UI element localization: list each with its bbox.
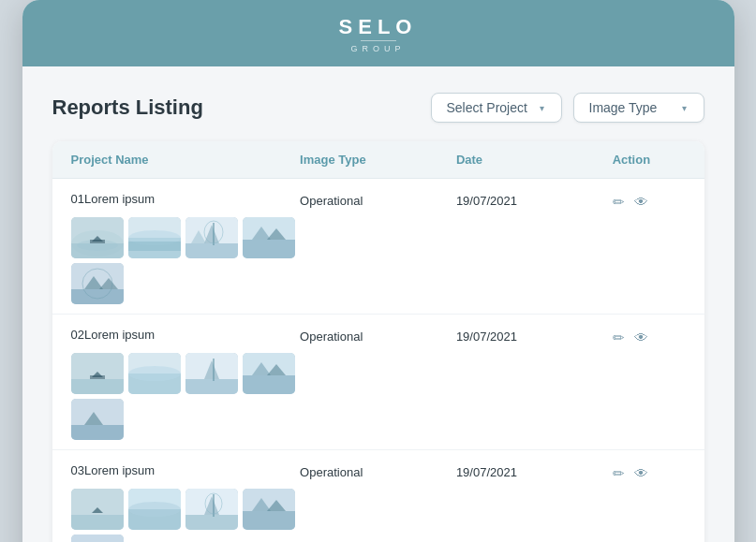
project-name-1: 01Lorem ipsum xyxy=(71,192,301,206)
thumbnail xyxy=(185,353,238,394)
action-cell: ✏ 👁 xyxy=(613,192,686,211)
logo-divider xyxy=(361,40,396,41)
image-type-label: Image Type xyxy=(589,100,658,115)
project-name-cell: 02Lorem ipsum xyxy=(71,328,301,440)
image-type-dropdown[interactable]: Image Type ▾ xyxy=(573,93,704,123)
thumbnail xyxy=(71,263,124,304)
select-project-label: Select Project xyxy=(447,100,527,115)
svg-rect-11 xyxy=(185,243,238,258)
table-header: Project Name Image Type Date Action xyxy=(52,141,704,179)
thumbnail xyxy=(128,353,181,394)
view-icon[interactable]: 👁 xyxy=(634,465,648,481)
image-type-cell: Operational xyxy=(300,463,456,479)
svg-rect-3 xyxy=(71,243,124,258)
thumbnail xyxy=(71,399,124,440)
thumbnail xyxy=(71,535,124,542)
project-name-2: 02Lorem ipsum xyxy=(71,328,301,342)
thumbnails-2 xyxy=(71,353,301,440)
thumbnails-3 xyxy=(71,489,301,542)
svg-rect-41 xyxy=(71,425,124,440)
view-icon[interactable]: 👁 xyxy=(634,194,648,210)
thumbnail xyxy=(71,353,124,394)
action-cell: ✏ 👁 xyxy=(613,463,686,482)
filters: Select Project ▾ Image Type ▾ xyxy=(431,93,704,123)
header: SELO GROUP xyxy=(22,0,734,66)
thumbnail xyxy=(128,489,181,530)
svg-rect-28 xyxy=(90,375,105,379)
thumbnail xyxy=(128,217,181,258)
svg-rect-58 xyxy=(71,535,124,542)
project-name-3: 03Lorem ipsum xyxy=(71,463,301,477)
date-cell: 19/07/2021 xyxy=(456,328,613,344)
main-window: SELO GROUP Reports Listing Select Projec… xyxy=(22,0,734,542)
project-name-cell: 01Lorem ipsum xyxy=(71,192,301,304)
date-cell: 19/07/2021 xyxy=(456,463,613,479)
svg-rect-55 xyxy=(243,511,295,530)
edit-icon[interactable]: ✏ xyxy=(613,194,625,211)
image-type-chevron-icon: ▾ xyxy=(682,103,687,113)
top-bar: Reports Listing Select Project ▾ Image T… xyxy=(52,93,704,123)
image-type-value-1: Operational xyxy=(300,192,456,208)
table-row: 02Lorem ipsum xyxy=(52,315,704,450)
svg-rect-44 xyxy=(71,515,124,530)
edit-icon[interactable]: ✏ xyxy=(613,465,625,482)
svg-point-48 xyxy=(128,502,181,517)
col-image-type: Image Type xyxy=(300,153,456,167)
image-type-value-2: Operational xyxy=(300,328,456,344)
table-row: 01Lorem ipsum xyxy=(52,179,704,315)
thumbnail xyxy=(243,489,295,530)
table-row: 03Lorem ipsum xyxy=(52,450,704,542)
reports-table: Project Name Image Type Date Action 01Lo… xyxy=(52,141,704,542)
thumbnail xyxy=(185,217,238,258)
thumbnail xyxy=(185,489,238,530)
col-project-name: Project Name xyxy=(71,153,301,167)
col-date: Date xyxy=(456,153,613,167)
logo-main: SELO xyxy=(22,17,734,37)
page-title: Reports Listing xyxy=(52,95,203,120)
svg-rect-37 xyxy=(243,375,295,394)
thumbnail xyxy=(71,217,124,258)
logo-sub: GROUP xyxy=(22,44,734,53)
thumbnails-1 xyxy=(71,217,301,304)
svg-point-31 xyxy=(128,366,181,381)
date-cell: 19/07/2021 xyxy=(456,192,613,208)
svg-rect-50 xyxy=(185,515,238,530)
date-value-1: 19/07/2021 xyxy=(456,192,613,208)
svg-rect-26 xyxy=(71,379,124,394)
select-project-dropdown[interactable]: Select Project ▾ xyxy=(431,93,562,123)
select-project-chevron-icon: ▾ xyxy=(540,103,544,113)
svg-rect-9 xyxy=(128,242,181,251)
content-area: Reports Listing Select Project ▾ Image T… xyxy=(22,66,734,542)
svg-rect-21 xyxy=(71,289,124,304)
date-value-3: 19/07/2021 xyxy=(456,463,613,479)
date-value-2: 19/07/2021 xyxy=(456,328,613,344)
thumbnail xyxy=(71,489,124,530)
image-type-cell: Operational xyxy=(300,328,456,344)
thumbnail xyxy=(243,353,295,394)
svg-rect-17 xyxy=(243,240,295,258)
project-name-cell: 03Lorem ipsum xyxy=(71,463,301,542)
svg-rect-33 xyxy=(185,379,238,394)
view-icon[interactable]: 👁 xyxy=(634,330,648,345)
edit-icon[interactable]: ✏ xyxy=(613,330,625,346)
svg-rect-5 xyxy=(90,240,105,243)
image-type-cell: Operational xyxy=(300,192,456,208)
col-action: Action xyxy=(613,153,686,167)
action-cell: ✏ 👁 xyxy=(613,328,686,346)
thumbnail xyxy=(243,217,295,258)
image-type-value-3: Operational xyxy=(300,463,456,479)
